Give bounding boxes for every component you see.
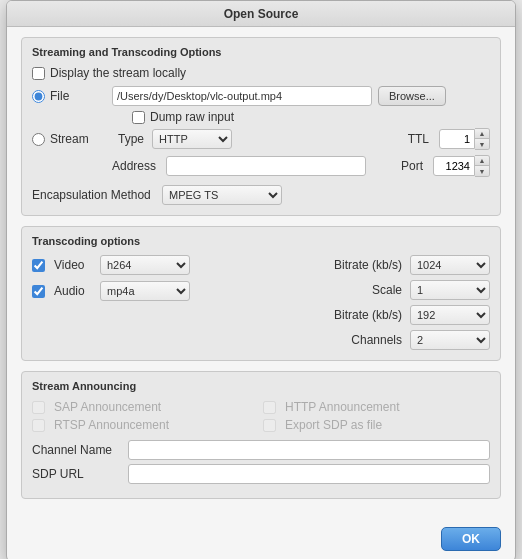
video-bitrate-label: Bitrate (kb/s): [334, 258, 402, 272]
sap-row: SAP Announcement: [32, 400, 259, 414]
sap-label: SAP Announcement: [54, 400, 161, 414]
port-stepper: ▲ ▼: [433, 155, 490, 177]
encap-row: Encapsulation Method MPEG TS OGG RAW ASF…: [32, 185, 490, 205]
audio-bitrate-select[interactable]: 192 128 96 64: [410, 305, 490, 325]
http-announce-label: HTTP Announcement: [285, 400, 400, 414]
transcoding-section: Transcoding options Video h264 mp4v theo…: [21, 226, 501, 361]
channel-name-label: Channel Name: [32, 443, 122, 457]
footer: OK: [7, 519, 515, 559]
channel-name-row: Channel Name: [32, 440, 490, 460]
audio-checkbox[interactable]: [32, 285, 45, 298]
browse-button[interactable]: Browse...: [378, 86, 446, 106]
ttl-stepper: ▲ ▼: [439, 128, 490, 150]
http-announce-checkbox[interactable]: [263, 401, 276, 414]
encap-label: Encapsulation Method: [32, 188, 162, 202]
scale-select[interactable]: 1 0.5 0.25 2: [410, 280, 490, 300]
ttl-up-button[interactable]: ▲: [475, 129, 489, 139]
stream-radio[interactable]: [32, 133, 45, 146]
audio-bitrate-row: Bitrate (kb/s) 192 128 96 64: [266, 305, 490, 325]
dump-raw-checkbox[interactable]: [132, 111, 145, 124]
audio-row: Audio mp4a mpga a52 none: [32, 281, 256, 301]
video-checkbox[interactable]: [32, 259, 45, 272]
display-local-row: Display the stream locally: [32, 66, 490, 80]
port-stepper-buttons: ▲ ▼: [475, 155, 490, 177]
file-path-input[interactable]: /Users/dy/Desktop/vlc-output.mp4: [112, 86, 372, 106]
video-label: Video: [54, 258, 96, 272]
stream-label: Stream: [50, 132, 89, 146]
audio-codec-select[interactable]: mp4a mpga a52 none: [100, 281, 190, 301]
http-announce-row: HTTP Announcement: [263, 400, 490, 414]
rtsp-label: RTSP Announcement: [54, 418, 169, 432]
ttl-down-button[interactable]: ▼: [475, 139, 489, 149]
address-label: Address: [112, 159, 160, 173]
type-label: Type: [118, 132, 146, 146]
scale-label: Scale: [372, 283, 402, 297]
channels-label: Channels: [351, 333, 402, 347]
export-sdp-row: Export SDP as file: [263, 418, 490, 432]
stream-row: Stream Type HTTP RTSP RTMP MMS TTL ▲ ▼: [32, 128, 490, 150]
announce-checkboxes: SAP Announcement HTTP Announcement RTSP …: [32, 400, 490, 432]
video-codec-select[interactable]: h264 mp4v theora none: [100, 255, 190, 275]
channel-name-input[interactable]: [128, 440, 490, 460]
ttl-input[interactable]: [439, 129, 475, 149]
transcoding-section-title: Transcoding options: [32, 235, 490, 247]
sdp-url-input[interactable]: [128, 464, 490, 484]
export-sdp-checkbox[interactable]: [263, 419, 276, 432]
rtsp-checkbox[interactable]: [32, 419, 45, 432]
file-row: File /Users/dy/Desktop/vlc-output.mp4 Br…: [32, 86, 490, 106]
transcoding-left: Video h264 mp4v theora none Audio: [32, 255, 256, 350]
sap-checkbox[interactable]: [32, 401, 45, 414]
announcing-section-title: Stream Announcing: [32, 380, 490, 392]
display-local-checkbox[interactable]: [32, 67, 45, 80]
dump-raw-row: Dump raw input: [32, 110, 490, 124]
export-sdp-label: Export SDP as file: [285, 418, 382, 432]
video-row: Video h264 mp4v theora none: [32, 255, 256, 275]
streaming-section-title: Streaming and Transcoding Options: [32, 46, 490, 58]
window-title: Open Source: [224, 7, 299, 21]
streaming-section: Streaming and Transcoding Options Displa…: [21, 37, 501, 216]
port-down-button[interactable]: ▼: [475, 166, 489, 176]
address-row: Address Port ▲ ▼: [32, 155, 490, 177]
port-input[interactable]: [433, 156, 475, 176]
ok-button[interactable]: OK: [441, 527, 501, 551]
open-source-window: Open Source Streaming and Transcoding Op…: [6, 0, 516, 559]
ttl-label: TTL: [408, 132, 429, 146]
channels-row: Channels 2 1: [266, 330, 490, 350]
rtsp-row: RTSP Announcement: [32, 418, 259, 432]
display-local-label: Display the stream locally: [50, 66, 186, 80]
ttl-stepper-buttons: ▲ ▼: [475, 128, 490, 150]
file-radio[interactable]: [32, 90, 45, 103]
channels-select[interactable]: 2 1: [410, 330, 490, 350]
announcing-section: Stream Announcing SAP Announcement HTTP …: [21, 371, 501, 499]
title-bar: Open Source: [7, 1, 515, 27]
video-bitrate-select[interactable]: 1024 512 256 128: [410, 255, 490, 275]
dump-raw-label: Dump raw input: [150, 110, 234, 124]
transcoding-layout: Video h264 mp4v theora none Audio: [32, 255, 490, 350]
scale-row: Scale 1 0.5 0.25 2: [266, 280, 490, 300]
port-up-button[interactable]: ▲: [475, 156, 489, 166]
content-area: Streaming and Transcoding Options Displa…: [7, 27, 515, 519]
video-bitrate-row: Bitrate (kb/s) 1024 512 256 128: [266, 255, 490, 275]
port-label: Port: [401, 159, 423, 173]
transcoding-right: Bitrate (kb/s) 1024 512 256 128 Scale 1: [266, 255, 490, 350]
address-input[interactable]: [166, 156, 366, 176]
audio-bitrate-label: Bitrate (kb/s): [334, 308, 402, 322]
type-select[interactable]: HTTP RTSP RTMP MMS: [152, 129, 232, 149]
sdp-url-row: SDP URL: [32, 464, 490, 484]
audio-label: Audio: [54, 284, 96, 298]
sdp-url-label: SDP URL: [32, 467, 122, 481]
encap-select[interactable]: MPEG TS OGG RAW ASF MP4: [162, 185, 282, 205]
file-label: File: [50, 89, 69, 103]
